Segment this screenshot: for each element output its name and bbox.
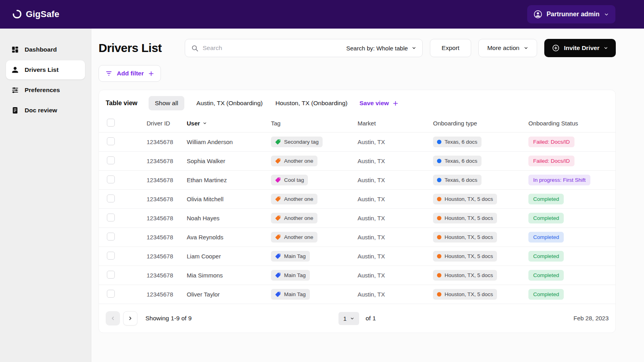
tag-icon (275, 196, 281, 202)
chevron-down-icon (350, 316, 354, 321)
showing-range-text: Showing 1-9 of 9 (145, 315, 191, 322)
previous-page-button[interactable] (106, 311, 120, 325)
row-checkbox[interactable] (107, 233, 115, 241)
driver-id: 12345678 (147, 234, 187, 241)
status-badge: Completed (528, 232, 564, 243)
chevron-right-icon (128, 316, 133, 321)
row-checkbox[interactable] (107, 175, 115, 183)
tab-austin-onboarding[interactable]: Austin, TX (Onboarding) (195, 96, 263, 110)
column-market: Market (358, 120, 433, 127)
user-name: Ava Reynolds (187, 234, 271, 241)
user-name: Oliver Taylor (187, 291, 271, 298)
select-all-checkbox[interactable] (107, 119, 115, 127)
search-by-dropdown[interactable]: Search by: Whole table (346, 45, 416, 52)
tab-houston-onboarding[interactable]: Houston, TX (Onboarding) (275, 96, 348, 110)
chevron-left-icon (110, 316, 116, 321)
table-row: 12345678Sophia WalkerAnother oneAustin, … (99, 152, 615, 171)
table-row: 12345678Ava ReynoldsAnother oneAustin, T… (99, 228, 615, 247)
avatar-icon (534, 10, 542, 19)
user-name: William Anderson (187, 139, 271, 145)
user-name: Mia Simmons (187, 272, 271, 279)
user-icon (11, 66, 19, 74)
tag-pill[interactable]: Secondary tag (271, 137, 323, 147)
tag-pill[interactable]: Main Tag (271, 289, 310, 300)
admin-menu-button[interactable]: Partrunner admin (527, 5, 615, 23)
row-checkbox[interactable] (107, 290, 115, 298)
status-badge: Completed (528, 289, 564, 300)
driver-id: 12345678 (147, 196, 187, 202)
brand-logo: GigSafe (12, 9, 60, 19)
driver-id: 12345678 (147, 291, 187, 298)
more-action-button[interactable]: More action (478, 39, 537, 57)
tag-pill[interactable]: Cool tag (271, 175, 308, 185)
table-row: 12345678Noah HayesAnother oneAustin, TXH… (99, 209, 615, 228)
market: Austin, TX (358, 196, 433, 202)
tag-pill[interactable]: Main Tag (271, 270, 310, 281)
row-checkbox[interactable] (107, 137, 115, 145)
onboarding-type-pill: Houston, TX, 5 docs (433, 213, 497, 223)
status-badge: Failed: Docs/ID (528, 156, 574, 166)
chevron-down-icon (524, 46, 528, 50)
plus-icon (393, 100, 398, 106)
drivers-table-body: 12345678William AndersonSecondary tagAus… (99, 133, 615, 304)
sidebar-item-dashboard[interactable]: Dashboard (6, 40, 85, 59)
admin-label: Partrunner admin (547, 11, 600, 18)
status-badge: Completed (528, 251, 564, 262)
table-row: 12345678Liam CooperMain TagAustin, TXHou… (99, 247, 615, 266)
search-bar: Search by: Whole table (185, 39, 423, 57)
column-tag: Tag (271, 120, 358, 127)
onboarding-type-pill: Texas, 6 docs (433, 137, 482, 147)
status-badge: Completed (528, 213, 564, 223)
sidebar-item-label: Dashboard (25, 46, 57, 53)
market: Austin, TX (358, 253, 433, 260)
tag-pill[interactable]: Another one (271, 156, 317, 166)
column-user-sort[interactable]: User (187, 120, 271, 127)
export-button[interactable]: Export (430, 39, 472, 57)
row-checkbox[interactable] (107, 194, 115, 202)
tag-pill[interactable]: Another one (271, 232, 317, 243)
add-filter-button[interactable]: Add filter (99, 65, 161, 82)
status-badge: Completed (528, 194, 564, 204)
driver-id: 12345678 (147, 139, 187, 145)
save-view-button[interactable]: Save view (360, 100, 398, 107)
sidebar-item-label: Doc review (25, 107, 57, 114)
plus-icon (148, 71, 154, 77)
table-view-label: Table view (106, 100, 137, 107)
tag-pill[interactable]: Another one (271, 213, 317, 223)
main-content: Drivers List Search by: Whole table Expo… (91, 29, 644, 362)
tag-icon (275, 139, 281, 145)
page-count-text: of 1 (366, 315, 376, 322)
row-checkbox[interactable] (107, 214, 115, 221)
tag-pill[interactable]: Main Tag (271, 251, 310, 262)
tag-icon (275, 253, 281, 259)
page-select-dropdown[interactable]: 1 (338, 312, 359, 325)
gigsafe-logo-icon (12, 9, 22, 19)
sort-chevron-icon (203, 121, 207, 125)
tab-show-all[interactable]: Show all (149, 96, 185, 110)
sidebar-item-drivers-list[interactable]: Drivers List (6, 60, 85, 79)
user-name: Olivia Mitchell (187, 196, 271, 202)
sidebar-item-label: Preferences (25, 87, 60, 94)
status-badge: Completed (528, 270, 564, 281)
search-by-label: Search by: Whole table (346, 45, 408, 52)
page-title: Drivers List (99, 41, 178, 55)
driver-id: 12345678 (147, 177, 187, 183)
row-checkbox[interactable] (107, 252, 115, 260)
column-onboarding-status: Onboarding Status (528, 120, 615, 127)
tag-pill[interactable]: Another one (271, 194, 317, 204)
tag-icon (275, 291, 281, 297)
market: Austin, TX (358, 272, 433, 279)
row-checkbox[interactable] (107, 156, 115, 164)
row-checkbox[interactable] (107, 271, 115, 279)
tag-icon (275, 234, 281, 240)
search-input[interactable] (203, 44, 342, 52)
chevron-down-icon (603, 46, 608, 50)
invite-driver-button[interactable]: Invite Driver (544, 39, 616, 57)
sidebar-item-preferences[interactable]: Preferences (6, 81, 85, 100)
next-page-button[interactable] (123, 311, 137, 325)
tag-icon (275, 215, 281, 221)
driver-id: 12345678 (147, 272, 187, 279)
sidebar-item-doc-review[interactable]: Doc review (6, 101, 85, 120)
chevron-down-icon (412, 46, 416, 50)
user-name: Liam Cooper (187, 253, 271, 260)
